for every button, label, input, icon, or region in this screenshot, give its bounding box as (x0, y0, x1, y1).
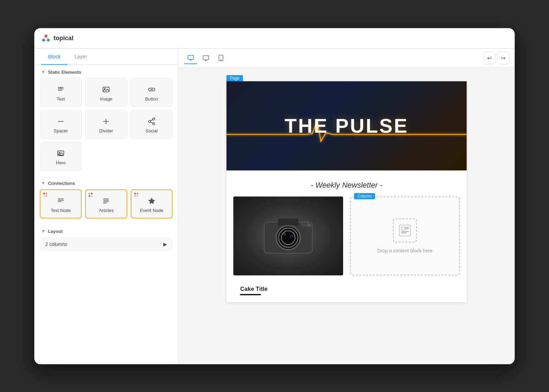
layout-2-columns-arrow: ▶ (163, 241, 167, 247)
block-social-label: Social (145, 128, 157, 133)
svg-point-40 (221, 59, 221, 60)
logo: topical (41, 33, 73, 43)
block-spacer-label: Spacer (54, 128, 68, 133)
top-bar: topical (34, 28, 515, 49)
block-text-node-label: Text Node (51, 208, 71, 213)
camera-svg (257, 212, 319, 260)
redo-button[interactable]: ↪ (497, 52, 509, 64)
device-desktop-large-btn[interactable] (184, 52, 198, 64)
device-desktop-btn[interactable] (199, 52, 213, 64)
block-image[interactable]: Image (85, 78, 127, 107)
sidebar: Block Layer ▼ Static Elements (34, 49, 178, 364)
svg-point-19 (153, 123, 155, 125)
block-text[interactable]: Text (40, 78, 82, 107)
svg-rect-36 (203, 56, 209, 60)
layout-arrow: ▼ (41, 229, 45, 234)
cake-section: Cake Title (226, 282, 467, 302)
main-layout: Block Layer ▼ Static Elements (34, 49, 515, 364)
block-hero-label: Hero (56, 160, 66, 165)
canvas-area: ↩ ↪ Page (178, 49, 515, 364)
spacer-icon (57, 117, 65, 126)
block-social[interactable]: Social (131, 110, 173, 139)
block-button[interactable]: Button (131, 78, 173, 107)
static-elements-title: Static Elements (48, 70, 81, 75)
canvas-toolbar: ↩ ↪ (178, 49, 515, 68)
svg-rect-24 (59, 155, 62, 156)
svg-point-48 (290, 234, 294, 238)
button-icon (148, 85, 156, 94)
static-elements-header: ▼ Static Elements (34, 65, 178, 78)
block-image-label: Image (100, 96, 112, 102)
block-event-node-label: Event Node (140, 208, 163, 213)
undo-icon: ↩ (487, 55, 492, 61)
logo-icon (41, 33, 51, 43)
newsletter-title: - Weekly Newsletter - (226, 170, 467, 197)
device-tablet-btn[interactable] (214, 52, 228, 64)
articles-dot (88, 192, 93, 198)
page-label: Page (226, 75, 243, 81)
drop-column[interactable]: Column D (350, 197, 460, 275)
cake-bar (240, 294, 261, 295)
text-icon (57, 85, 65, 94)
block-divider-label: Divider (99, 128, 113, 133)
block-divider[interactable]: Divider (85, 110, 127, 139)
event-node-dot (133, 192, 139, 198)
svg-marker-32 (148, 198, 155, 204)
svg-rect-43 (278, 219, 299, 226)
logo-text: topical (54, 35, 73, 42)
tab-block[interactable]: Block (41, 49, 68, 65)
svg-point-11 (104, 88, 105, 89)
block-spacer[interactable]: Spacer (40, 110, 82, 139)
image-icon (102, 85, 110, 94)
svg-rect-56 (401, 233, 406, 233)
connections-header: ▼ Connections (34, 176, 178, 189)
svg-rect-53 (406, 227, 408, 228)
svg-point-18 (149, 120, 151, 122)
block-hero[interactable]: Hero (40, 142, 82, 170)
redo-icon: ↪ (501, 55, 505, 61)
svg-point-17 (153, 118, 155, 120)
connections-grid: Text Node (34, 189, 178, 224)
layout-section: 2 columns ▶ (34, 237, 178, 257)
app-frame: topical Block Layer ▼ Static Elements (34, 28, 515, 364)
layout-2-columns-label: 2 columns (45, 241, 67, 247)
event-node-icon (148, 197, 156, 205)
block-event-node[interactable]: Event Node (131, 189, 173, 218)
svg-rect-50 (302, 222, 308, 226)
drop-icon (393, 218, 417, 242)
static-elements-grid: Text Image (34, 78, 178, 176)
svg-rect-33 (188, 55, 194, 59)
tab-layer[interactable]: Layer (68, 49, 94, 65)
undo-button[interactable]: ↩ (483, 52, 495, 64)
block-articles[interactable]: Articles (85, 189, 127, 218)
layout-title: Layout (48, 229, 63, 234)
drop-text: Drop a content block here (377, 248, 432, 253)
connections-arrow: ▼ (41, 181, 45, 186)
block-text-label: Text (57, 96, 65, 102)
layout-header: ▼ Layout (34, 224, 178, 237)
cake-title: Cake Title (233, 282, 460, 294)
block-button-label: Button (145, 96, 158, 102)
text-node-icon (57, 197, 65, 205)
svg-line-21 (150, 119, 153, 121)
block-articles-label: Articles (99, 208, 114, 213)
articles-icon (102, 197, 110, 205)
static-elements-arrow: ▼ (41, 70, 45, 74)
hero-icon (57, 149, 65, 157)
block-text-node[interactable]: Text Node (40, 189, 82, 218)
hero-title: THE PULSE (284, 114, 409, 137)
email-canvas: THE PULSE - Weekly Newsletter - (226, 81, 467, 302)
svg-point-47 (283, 233, 286, 236)
svg-line-20 (150, 122, 153, 123)
svg-rect-55 (401, 231, 408, 232)
layout-2-columns[interactable]: 2 columns ▶ (40, 237, 173, 251)
connections-title: Connections (48, 181, 75, 186)
column-label: Column (354, 193, 375, 199)
canvas-scroll[interactable]: Page (178, 68, 515, 364)
svg-point-46 (281, 231, 295, 245)
toolbar-right: ↩ ↪ (483, 52, 509, 64)
sidebar-tabs: Block Layer (34, 49, 178, 65)
text-node-dot (43, 192, 48, 198)
svg-rect-54 (406, 228, 408, 229)
svg-rect-10 (103, 87, 109, 92)
